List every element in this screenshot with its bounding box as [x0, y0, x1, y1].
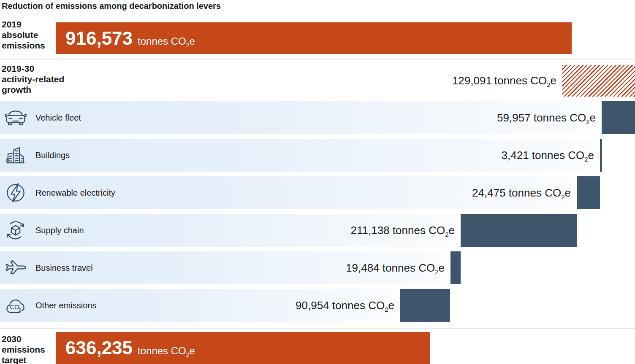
lever-label: Supply chain — [35, 214, 84, 247]
target-total-bar: 636,235tonnes CO2e — [56, 332, 430, 364]
growth-value: 129,091tonnes CO2e — [452, 65, 556, 97]
reduction-bar-business-travel — [450, 251, 461, 284]
co2-cloud-icon: CO 2 — [4, 294, 27, 317]
chart-title: Reduction of emissions among decarboniza… — [2, 1, 221, 11]
target-section-label: 2030 emissions target — [2, 334, 45, 364]
lever-row-business-travel: Business travel19,484 tonnes CO2e — [0, 251, 635, 284]
target-value: 636,235 — [65, 337, 133, 358]
section-divider — [0, 59, 635, 59]
reduction-bar-buildings — [600, 139, 602, 172]
lever-band: Business travel19,484 tonnes CO2e — [0, 251, 450, 284]
growth-value-number: 129,091 — [452, 74, 492, 87]
lever-row-supply-chain: Supply chain211,138 tonnes CO2e — [0, 214, 635, 247]
lever-value: 59,957 tonnes CO2e — [497, 101, 596, 134]
lever-band: Supply chain211,138 tonnes CO2e — [0, 214, 461, 247]
supply-chain-icon — [4, 219, 27, 242]
lever-band: CO 2Other emissions90,954 tonnes CO2e — [0, 289, 400, 322]
lever-band: Buildings3,421 tonnes CO2e — [0, 139, 600, 172]
start-unit: tonnes CO2e — [138, 35, 195, 47]
lever-label: Other emissions — [35, 289, 97, 322]
lever-label: Buildings — [35, 139, 70, 172]
airplane-icon — [4, 256, 27, 279]
lever-label: Vehicle fleet — [35, 101, 81, 134]
lever-row-vehicle-fleet: Vehicle fleet59,957 tonnes CO2e — [0, 101, 635, 134]
start-value: 916,573 — [65, 28, 133, 49]
car-icon — [4, 106, 27, 129]
section-divider — [0, 328, 635, 329]
lever-label: Renewable electricity — [35, 176, 115, 209]
target-unit: tonnes CO2e — [138, 345, 195, 356]
lever-label: Business travel — [35, 251, 93, 284]
buildings-icon — [4, 144, 27, 167]
lightning-icon — [4, 181, 27, 204]
svg-text:2: 2 — [19, 307, 21, 313]
lever-value: 3,421 tonnes CO2e — [502, 139, 594, 172]
reduction-bar-renewable-electricity — [577, 176, 600, 209]
lever-row-renewable-electricity: Renewable electricity24,475 tonnes CO2e — [0, 176, 635, 209]
growth-section-label: 2019-30 activity-related growth — [2, 63, 64, 95]
growth-unit: tonnes CO2e — [494, 74, 556, 87]
lever-value: 19,484 tonnes CO2e — [346, 251, 445, 284]
lever-value: 24,475 tonnes CO2e — [472, 176, 571, 209]
start-section-label: 2019 absolute emissions — [2, 19, 45, 51]
reduction-bar-vehicle-fleet — [602, 101, 635, 134]
lever-row-other-emissions: CO 2Other emissions90,954 tonnes CO2e — [0, 289, 635, 322]
emissions-waterfall-chart: Reduction of emissions among decarboniza… — [0, 0, 635, 364]
lever-row-buildings: Buildings3,421 tonnes CO2e — [0, 139, 635, 172]
svg-text:CO: CO — [10, 304, 19, 310]
growth-hatched-bar — [562, 65, 635, 97]
reduction-bar-supply-chain — [461, 214, 577, 247]
start-total-bar: 916,573tonnes CO2e — [56, 22, 572, 54]
reduction-bar-other-emissions — [400, 289, 450, 322]
lever-value: 90,954 tonnes CO2e — [296, 289, 394, 322]
lever-value: 211,138 tonnes CO2e — [351, 214, 455, 247]
lever-band: Vehicle fleet59,957 tonnes CO2e — [0, 101, 602, 134]
lever-band: Renewable electricity24,475 tonnes CO2e — [0, 176, 577, 209]
